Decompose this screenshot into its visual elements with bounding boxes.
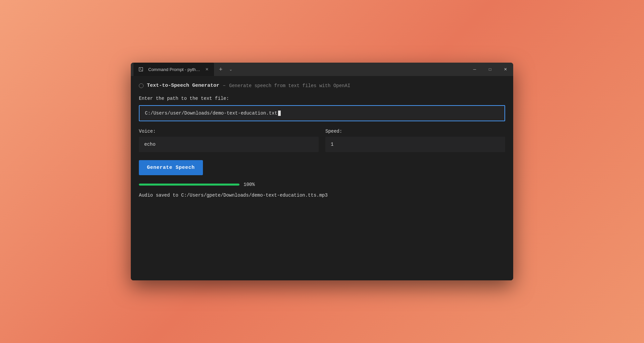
tab-title-text: Command Prompt - python t xyxy=(148,67,202,72)
voice-speed-row: Voice: echo Speed: 1 xyxy=(139,129,505,152)
file-path-label: Enter the path to the text file: xyxy=(139,96,505,101)
speed-value: 1 xyxy=(331,142,333,147)
terminal-window: Command Prompt - python t ✕ + ⌄ ─ □ ✕ Te… xyxy=(131,63,513,280)
progress-bar-fill xyxy=(139,184,239,186)
speed-label: Speed: xyxy=(325,129,505,134)
progress-bar-container xyxy=(139,184,239,186)
tab-area: Command Prompt - python t ✕ + ⌄ xyxy=(133,63,467,76)
file-path-input-box[interactable]: C:/Users/user/Downloads/demo-text-educat… xyxy=(139,105,505,121)
text-cursor xyxy=(278,111,281,116)
voice-value: echo xyxy=(144,142,156,147)
circle-icon xyxy=(139,83,144,88)
speed-field-group: Speed: 1 xyxy=(325,129,505,152)
voice-input-box[interactable]: echo xyxy=(139,137,319,152)
titlebar: Command Prompt - python t ✕ + ⌄ ─ □ ✕ xyxy=(131,63,513,76)
voice-label: Voice: xyxy=(139,129,319,134)
tab-close-button[interactable]: ✕ xyxy=(204,66,210,72)
app-title: Text-to-Speech Generator xyxy=(147,83,219,88)
header-dash: – xyxy=(223,83,226,88)
generate-speech-button[interactable]: Generate Speech xyxy=(139,160,203,175)
window-controls: ─ □ ✕ xyxy=(467,63,513,76)
app-header: Text-to-Speech Generator – Generate spee… xyxy=(139,83,505,88)
app-subtitle: Generate speech from text files with Ope… xyxy=(229,83,350,88)
maximize-button[interactable]: □ xyxy=(482,63,498,76)
close-button[interactable]: ✕ xyxy=(498,63,513,76)
speed-input-box[interactable]: 1 xyxy=(325,137,505,152)
voice-field-group: Voice: echo xyxy=(139,129,319,152)
progress-text: 100% xyxy=(244,182,255,187)
file-path-text: C:/Users/user/Downloads/demo-text-educat… xyxy=(145,111,499,116)
terminal-icon xyxy=(138,66,144,73)
output-message: Audio saved to C:/Users/gpete/Downloads/… xyxy=(139,193,505,198)
dropdown-button[interactable]: ⌄ xyxy=(226,65,235,74)
active-tab[interactable]: Command Prompt - python t ✕ xyxy=(133,63,214,76)
terminal-content: Text-to-Speech Generator – Generate spee… xyxy=(131,76,513,280)
progress-row: 100% xyxy=(139,182,505,187)
minimize-button[interactable]: ─ xyxy=(467,63,482,76)
new-tab-button[interactable]: + xyxy=(215,64,226,75)
